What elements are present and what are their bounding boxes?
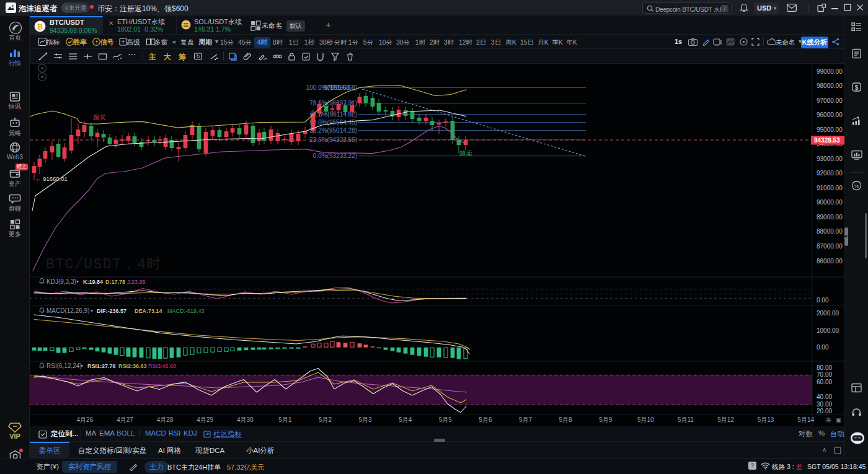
svg-text:5月5: 5月5 — [439, 416, 453, 423]
svg-text:30.00: 30.00 — [817, 401, 832, 408]
svg-text:91000.00: 91000.00 — [817, 185, 843, 191]
svg-text:₿: ₿ — [37, 23, 43, 30]
svg-text:0.00: 0.00 — [817, 297, 829, 304]
svg-text:93000.00: 93000.00 — [817, 156, 843, 162]
svg-text:RSI(6,12,24): RSI(6,12,24) — [46, 362, 82, 369]
svg-text:RSI3:46.60: RSI3:46.60 — [148, 363, 176, 369]
svg-text:5月6: 5月6 — [479, 416, 492, 423]
svg-text:5月2: 5月2 — [319, 416, 332, 423]
svg-text:J:23.95: J:23.95 — [127, 279, 146, 285]
svg-text:86000.00: 86000.00 — [817, 258, 843, 265]
svg-text:60.00: 60.00 — [817, 379, 832, 385]
svg-text:4月29: 4月29 — [197, 416, 213, 423]
svg-text:0.0%(93233.22): 0.0%(93233.22) — [313, 152, 357, 159]
svg-text:5月14: 5月14 — [797, 416, 814, 423]
svg-text:96000.00: 96000.00 — [817, 112, 843, 118]
svg-text:▾: ▾ — [76, 279, 79, 284]
svg-text:D:17.78: D:17.78 — [105, 279, 125, 285]
svg-text:97895.68: 97895.68 — [324, 84, 350, 91]
svg-text:▾: ▾ — [81, 363, 83, 369]
svg-text:▾: ▾ — [91, 308, 93, 314]
svg-text:87000.00: 87000.00 — [817, 243, 843, 250]
svg-text:4月27: 4月27 — [117, 416, 133, 423]
svg-text:»: » — [40, 74, 43, 80]
svg-text:↻: ↻ — [196, 54, 200, 59]
svg-text:超买: 超买 — [93, 113, 106, 121]
svg-text:94328.53: 94328.53 — [814, 137, 840, 144]
svg-text:0.00: 0.00 — [817, 344, 829, 351]
svg-text:97000.00: 97000.00 — [817, 97, 843, 104]
svg-text:61.8%(96114.62): 61.8%(96114.62) — [310, 111, 357, 118]
svg-text:5月9: 5月9 — [599, 416, 613, 423]
svg-text:1000.00: 1000.00 — [817, 327, 839, 334]
svg-text:KDJ(9,3,3): KDJ(9,3,3) — [46, 278, 76, 285]
svg-text:»: » — [40, 65, 43, 71]
svg-text:%: % — [854, 183, 859, 189]
svg-text:40.00: 40.00 — [817, 393, 832, 400]
svg-text:4月28: 4月28 — [157, 416, 174, 423]
svg-text:BTC/USDT，4时: BTC/USDT，4时 — [46, 257, 162, 273]
svg-text:89000.00: 89000.00 — [817, 214, 843, 221]
svg-text:5月7: 5月7 — [519, 416, 533, 423]
svg-text:5月1: 5月1 — [278, 416, 292, 423]
svg-text:5月13: 5月13 — [758, 416, 774, 423]
svg-text:50.0%(95564.45): 50.0%(95564.45) — [309, 119, 357, 126]
svg-text:5月12: 5月12 — [717, 416, 734, 423]
svg-text:88000.00: 88000.00 — [817, 228, 843, 235]
svg-text:5月10: 5月10 — [637, 416, 654, 423]
svg-text:98000.00: 98000.00 — [817, 82, 843, 89]
svg-text:MACD(12,26,9): MACD(12,26,9) — [46, 307, 89, 314]
svg-text:92000.00: 92000.00 — [817, 170, 843, 177]
svg-text:5月11: 5月11 — [678, 416, 694, 423]
svg-text:▣: ▣ — [836, 417, 841, 423]
svg-text:RSI2:36.63: RSI2:36.63 — [118, 363, 147, 369]
svg-text:38.2%(95014.28): 38.2%(95014.28) — [309, 127, 357, 134]
svg-text:5月3: 5月3 — [359, 416, 373, 423]
svg-text:20.00: 20.00 — [817, 408, 832, 415]
svg-text:4月30: 4月30 — [237, 416, 254, 423]
svg-text:MACD:-619.43: MACD:-619.43 — [167, 308, 205, 314]
svg-text:RSI1:27.76: RSI1:27.76 — [87, 363, 116, 369]
svg-text:DEA:73.14: DEA:73.14 — [135, 308, 162, 314]
svg-text:$: $ — [855, 84, 859, 91]
svg-text:K:19.84: K:19.84 — [83, 279, 103, 285]
svg-text:筹: 筹 — [826, 417, 831, 423]
svg-text:99000.00: 99000.00 — [817, 68, 843, 75]
svg-text:78.6%(96697.91): 78.6%(96697.91) — [309, 100, 357, 107]
svg-text:2000.00: 2000.00 — [817, 310, 839, 317]
svg-text:5月4: 5月4 — [399, 416, 412, 423]
svg-text:← 91660.01: ← 91660.01 — [35, 175, 68, 182]
svg-text:70.00: 70.00 — [817, 371, 832, 378]
svg-text:80.00: 80.00 — [817, 364, 832, 371]
svg-text:4月26: 4月26 — [77, 416, 94, 423]
svg-text:5月8: 5月8 — [559, 416, 573, 423]
svg-text:超卖: 超卖 — [459, 149, 473, 157]
svg-text:95000.00: 95000.00 — [817, 126, 843, 133]
svg-text:90000.00: 90000.00 — [817, 199, 843, 206]
svg-text:DIF:-236.57: DIF:-236.57 — [97, 308, 126, 314]
